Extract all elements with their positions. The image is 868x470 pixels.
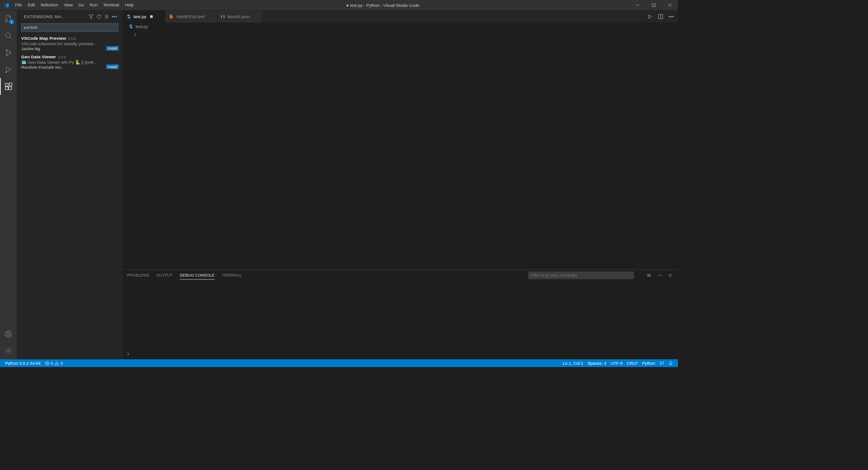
editor-area: test.py YesNF016.kml launch.json — [123, 10, 678, 359]
panel-actions — [646, 272, 674, 279]
extension-item[interactable]: VSCode Map Preview0.5.8 VSCode extension… — [17, 35, 123, 53]
extension-desc: VSCode extension for visually preview… — [21, 41, 118, 46]
svg-point-12 — [7, 350, 9, 352]
status-errors-count: 0 — [51, 361, 53, 366]
filter-icon[interactable] — [87, 13, 95, 20]
install-button[interactable]: Install — [106, 46, 119, 51]
extension-name: VSCode Map Preview — [21, 36, 66, 41]
explorer-badge: 1 — [9, 19, 14, 24]
maximize-button[interactable] — [646, 0, 662, 10]
activity-run-debug[interactable] — [0, 61, 17, 78]
activity-settings[interactable] — [0, 343, 17, 359]
line-number: 1 — [123, 31, 137, 38]
status-python-interpreter[interactable]: Python 3.9.2 64-bit — [3, 359, 42, 367]
collapse-panel-icon[interactable] — [656, 272, 663, 279]
tab-label: launch.json — [227, 14, 250, 19]
close-tab-icon[interactable] — [253, 14, 258, 19]
extension-version: 0.5.8 — [68, 37, 76, 41]
svg-point-15 — [116, 16, 117, 17]
code-area[interactable] — [143, 30, 678, 269]
menubar: File Edit Selection View Go Run Terminal… — [12, 0, 136, 10]
breadcrumb-file: test.py — [136, 24, 148, 29]
code-editor[interactable]: 1 — [123, 30, 678, 269]
sidebar-title: EXTENSIONS: MA… — [24, 14, 87, 19]
close-tab-icon[interactable] — [208, 14, 213, 19]
extension-list: VSCode Map Preview0.5.8 VSCode extension… — [17, 35, 123, 360]
line-gutter: 1 — [123, 30, 143, 269]
status-warnings-count: 0 — [61, 361, 63, 366]
split-editor-icon[interactable] — [657, 13, 665, 20]
svg-point-13 — [112, 16, 113, 17]
menu-selection[interactable]: Selection — [38, 0, 61, 10]
status-notifications-icon[interactable] — [666, 359, 675, 367]
status-indent[interactable]: Spaces: 4 — [585, 359, 609, 367]
tab-label: YesNF016.kml — [176, 14, 204, 19]
panel-tab-output[interactable]: OUTPUT — [156, 272, 173, 279]
menu-edit[interactable]: Edit — [25, 0, 38, 10]
extension-desc: 🗺️ Geo Data Viewer w/0 Py 🐍 || pyW… — [21, 60, 118, 65]
kml-file-icon — [169, 14, 174, 19]
tab-yesnf016-kml[interactable]: YesNF016.kml — [165, 10, 217, 23]
svg-point-5 — [5, 71, 7, 73]
status-eol[interactable]: CRLF — [625, 359, 640, 367]
tab-test-py[interactable]: test.py — [123, 10, 165, 23]
status-encoding[interactable]: UTF-8 — [609, 359, 625, 367]
panel-tabs: PROBLEMS OUTPUT DEBUG CONSOLE TERMINAL — [123, 270, 678, 281]
menu-run[interactable]: Run — [87, 0, 100, 10]
clear-icon[interactable] — [103, 13, 110, 20]
breadcrumb[interactable]: test.py — [123, 23, 678, 30]
svg-point-11 — [7, 332, 9, 334]
debug-console-body[interactable] — [123, 281, 678, 359]
activity-extensions[interactable] — [0, 78, 17, 95]
panel-tab-terminal[interactable]: TERMINAL — [222, 272, 242, 279]
debug-repl-chevron-icon[interactable] — [126, 351, 131, 358]
svg-point-19 — [673, 16, 674, 17]
extension-publisher: Jackie Ng — [21, 47, 118, 51]
clear-console-icon[interactable] — [646, 272, 653, 279]
activity-search[interactable] — [0, 27, 17, 44]
activity-scm[interactable] — [0, 44, 17, 61]
dirty-indicator-icon — [150, 15, 153, 18]
extension-search-input[interactable] — [21, 24, 118, 32]
extension-publisher: Random Fractals Inc. — [21, 65, 118, 69]
svg-point-14 — [114, 16, 115, 17]
tab-launch-json[interactable]: launch.json — [217, 10, 262, 23]
status-cursor-position[interactable]: Ln 1, Col 1 — [561, 359, 585, 367]
extension-item[interactable]: Geo Data Viewer2.3.0 🗺️ Geo Data Viewer … — [17, 53, 123, 71]
refresh-icon[interactable] — [95, 13, 103, 20]
activitybar: 1 — [0, 10, 17, 359]
close-button[interactable] — [662, 0, 678, 10]
minimize-button[interactable] — [629, 0, 646, 10]
panel-filter-input[interactable] — [528, 272, 634, 279]
menu-file[interactable]: File — [12, 0, 25, 10]
bottom-panel: PROBLEMS OUTPUT DEBUG CONSOLE TERMINAL — [123, 269, 678, 359]
panel-tab-debug-console[interactable]: DEBUG CONSOLE — [180, 271, 215, 279]
run-file-icon[interactable] — [646, 13, 654, 20]
menu-go[interactable]: Go — [75, 0, 87, 10]
menu-view[interactable]: View — [61, 0, 76, 10]
menu-terminal[interactable]: Terminal — [100, 0, 122, 10]
editor-actions — [646, 10, 678, 23]
activity-explorer[interactable]: 1 — [0, 10, 17, 27]
close-panel-icon[interactable] — [667, 272, 674, 279]
current-line-highlight — [143, 31, 673, 38]
install-button[interactable]: Install — [106, 64, 119, 69]
python-file-icon — [127, 14, 132, 19]
status-problems[interactable]: 0 0 — [42, 359, 65, 367]
svg-rect-6 — [5, 83, 8, 86]
python-file-icon — [128, 24, 133, 29]
svg-point-2 — [6, 49, 8, 51]
status-language[interactable]: Python — [640, 359, 658, 367]
more-icon[interactable] — [110, 13, 118, 20]
panel-tab-problems[interactable]: PROBLEMS — [127, 272, 149, 279]
status-feedback-icon[interactable] — [657, 359, 666, 367]
activity-accounts[interactable] — [0, 325, 17, 342]
menu-help[interactable]: Help — [122, 0, 137, 10]
extension-name: Geo Data Viewer — [21, 54, 56, 59]
sidebar-extensions: EXTENSIONS: MA… VSCode Map Preview0.5.8 … — [17, 10, 123, 359]
svg-point-1 — [5, 33, 10, 38]
more-actions-icon[interactable] — [667, 13, 675, 20]
svg-point-3 — [6, 54, 8, 56]
extension-search — [21, 24, 118, 32]
vscode-logo-icon — [0, 2, 12, 8]
